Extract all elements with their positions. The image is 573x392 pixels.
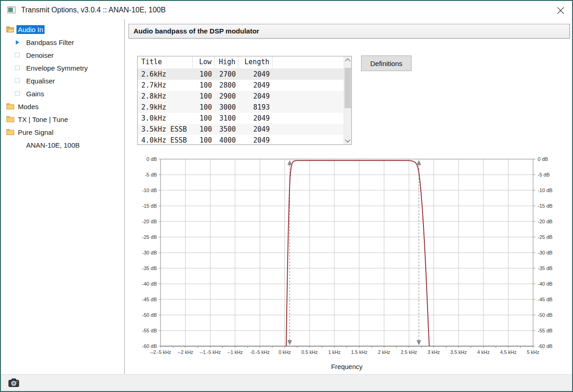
cell-length: 2049 (239, 124, 273, 135)
tree-item-label: Bandpass Filter (25, 38, 75, 47)
x-axis-label: 3.5 kHz (451, 349, 467, 355)
tree-item-modes[interactable]: Modes (1, 100, 124, 113)
x-axis-label: 0 kHz (278, 349, 291, 355)
tree-item-label: Gains (25, 89, 45, 98)
filter-row-2-9khz[interactable]: 2.9kHz10030008193 (138, 102, 351, 113)
panel-header: Audio bandpass of the DSP modulator (128, 24, 570, 39)
open-folder-icon (6, 26, 15, 33)
tree-item-label: ANAN-10E, 100B (25, 141, 81, 149)
checkbox-icon (15, 52, 23, 58)
cell-length: 2049 (239, 135, 273, 146)
cell-low: 100 (193, 135, 215, 146)
cell-low: 100 (193, 102, 215, 113)
scrollbar-thumb[interactable] (345, 68, 351, 108)
cell-title: 2.8kHz (138, 91, 193, 102)
filter-list-header: TitleLowHighLength (138, 56, 351, 69)
tree-item-bandpass-filter[interactable]: Bandpass Filter (1, 36, 124, 49)
x-axis-label: --2.-5 kHz (150, 349, 171, 355)
x-axis-label: 4 kHz (477, 349, 490, 355)
filter-row-2-8khz[interactable]: 2.8kHz10029002049 (138, 91, 351, 102)
cell-low: 100 (193, 124, 215, 135)
folder-icon (6, 103, 15, 110)
x-axis-title: Frequency (331, 363, 363, 370)
cell-length: 2049 (239, 80, 273, 91)
column-header-low[interactable]: Low (193, 56, 215, 68)
filter-row-2-6khz[interactable]: 2.6kHz10027002049 (138, 69, 351, 80)
x-axis-label: 1.5 kHz (351, 349, 367, 355)
chevron-down-icon (345, 137, 350, 142)
y-axis-label-left: -40 dB (142, 281, 157, 287)
y-axis-label-right: -15 dB (538, 203, 552, 209)
camera-button[interactable] (8, 378, 19, 387)
status-bar (1, 374, 572, 391)
x-axis-label: --1.-5 kHz (200, 349, 221, 355)
y-axis-label-left: -30 dB (142, 250, 157, 255)
y-axis-label-right: -40 dB (538, 281, 552, 287)
passband-edge-arrow-up (287, 160, 292, 165)
x-axis-label: 2 kHz (378, 349, 390, 355)
x-axis-label: 5 kHz (527, 349, 540, 355)
y-axis-label-left: -35 dB (142, 265, 157, 271)
cell-title: 3.0kHz (138, 113, 193, 124)
tree-item-label: Equaliser (25, 77, 56, 85)
cell-title: 2.7kHz (138, 80, 193, 91)
y-axis-label-left: -50 dB (142, 312, 157, 318)
y-axis-label-right: -10 dB (538, 188, 552, 193)
transmit-options-window: Transmit Options, v3.0.4 :: ANAN-10E, 10… (0, 0, 573, 392)
cell-high: 2800 (215, 80, 239, 91)
y-axis-label-right: 0 dB (538, 156, 548, 162)
checkbox-icon (15, 65, 23, 71)
column-header-title[interactable]: Title (138, 56, 193, 68)
bandpass-chart: 0 dB0 dB-5 dB-5 dB-10 dB-10 dB-15 dB-15 … (139, 154, 572, 374)
tree-item-label: Pure Signal (17, 128, 55, 137)
column-header-high[interactable]: High (215, 56, 239, 68)
chevron-up-icon (345, 58, 350, 63)
x-axis-label: -0.-5 kHz (250, 349, 270, 355)
tree-item-anan-10e-100b[interactable]: ANAN-10E, 100B (1, 138, 124, 151)
tree-item-tx-tone-tune[interactable]: TX | Tone | Tune (1, 113, 124, 126)
y-axis-label-right: -25 dB (538, 234, 552, 240)
filter-row-3-5khz-essb[interactable]: 3.5kHz ESSB10035002049 (138, 124, 351, 135)
y-axis-label-left: -55 dB (142, 328, 157, 333)
scroll-down-button[interactable] (344, 137, 351, 144)
cell-high: 2700 (215, 69, 239, 80)
y-axis-label-right: -60 dB (538, 343, 552, 349)
table-scrollbar[interactable] (344, 56, 351, 144)
x-axis-label: --2 kHz (178, 349, 193, 355)
y-axis-label-left: -10 dB (142, 188, 157, 193)
x-axis-label: 4.5 kHz (500, 349, 517, 355)
close-button[interactable] (556, 6, 566, 16)
tree-item-equaliser[interactable]: Equaliser (1, 74, 124, 87)
title-bar: Transmit Options, v3.0.4 :: ANAN-10E, 10… (1, 1, 572, 19)
cell-low: 100 (193, 69, 215, 80)
column-header-length[interactable]: Length (239, 56, 273, 68)
tree-item-gains[interactable]: Gains (1, 87, 124, 100)
cell-high: 3000 (215, 102, 239, 113)
y-axis-label-right: -55 dB (538, 328, 552, 333)
filter-list: TitleLowHighLength 2.6kHz100270020492.7k… (137, 56, 352, 145)
tree-item-pure-signal[interactable]: Pure Signal (1, 126, 124, 138)
cell-title: 3.5kHz ESSB (138, 124, 193, 135)
scroll-up-button[interactable] (344, 56, 351, 64)
y-axis-label-left: -60 dB (142, 343, 157, 349)
cell-length: 8193 (239, 102, 273, 113)
cell-length: 2049 (239, 69, 273, 80)
filter-row-2-7khz[interactable]: 2.7kHz10028002049 (138, 80, 351, 91)
y-axis-label-right: -20 dB (538, 219, 552, 224)
cell-low: 100 (193, 91, 215, 102)
tree-item-audio-in[interactable]: Audio In (1, 23, 124, 36)
filter-row-3-0khz[interactable]: 3.0kHz10031002049 (138, 113, 351, 124)
tree-item-envelope-symmetry[interactable]: Envelope Symmetry (1, 61, 124, 74)
cell-title: 2.6kHz (138, 69, 193, 80)
cell-high: 3500 (215, 124, 239, 135)
close-icon (556, 6, 565, 15)
definitions-button[interactable]: Definitions (361, 55, 412, 71)
tree-item-label: Audio In (17, 25, 45, 34)
tree-item-label: Denoiser (25, 51, 55, 60)
y-axis-label-right: -45 dB (538, 297, 552, 302)
tree-item-denoiser[interactable]: Denoiser (1, 49, 124, 61)
filter-row-4-0khz-essb[interactable]: 4.0kHz ESSB10040002049 (138, 135, 351, 146)
cell-length: 2049 (239, 91, 273, 102)
tree-item-label: Modes (17, 102, 40, 111)
tree-item-label: Envelope Symmetry (25, 64, 89, 72)
